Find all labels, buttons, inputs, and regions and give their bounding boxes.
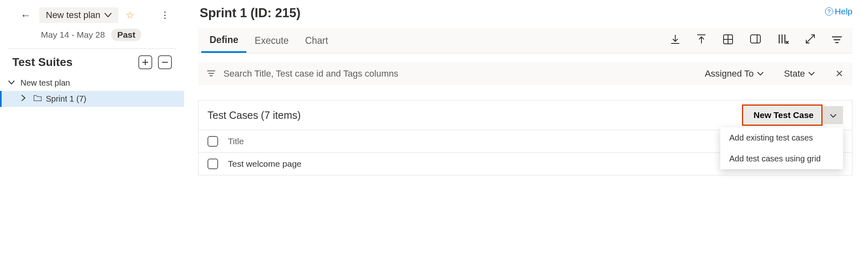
plan-header: ← New test plan ☆ ⋮ bbox=[0, 7, 184, 23]
filter-state[interactable]: State bbox=[784, 68, 815, 79]
tab-define[interactable]: Define bbox=[201, 28, 246, 53]
main-content: ? Help Sprint 1 (ID: 215) Define Execute… bbox=[184, 0, 868, 270]
suites-header: Test Suites bbox=[0, 49, 184, 73]
favorite-star-icon[interactable]: ☆ bbox=[126, 9, 135, 21]
plus-icon bbox=[142, 59, 149, 66]
chevron-down-icon bbox=[8, 79, 16, 87]
tree-item-root[interactable]: New test plan bbox=[0, 75, 184, 91]
filter-assigned-label: Assigned To bbox=[705, 68, 753, 79]
suites-title: Test Suites bbox=[12, 56, 133, 69]
chevron-down-icon bbox=[808, 72, 815, 76]
table-title: Test Cases (7 items) bbox=[207, 109, 744, 121]
plan-dropdown[interactable]: New test plan bbox=[39, 7, 118, 23]
select-all-checkbox[interactable] bbox=[207, 136, 218, 147]
sidebar: ← New test plan ☆ ⋮ May 14 - May 28 Past… bbox=[0, 0, 184, 270]
export-icon[interactable] bbox=[671, 34, 680, 47]
new-test-case-dropdown-toggle[interactable] bbox=[823, 106, 843, 124]
chevron-down-icon bbox=[104, 13, 112, 18]
tree-item-sprint[interactable]: Sprint 1 (7) bbox=[0, 91, 184, 107]
suite-tree: New test plan Sprint 1 (7) bbox=[0, 73, 184, 109]
tree-item-label: New test plan bbox=[20, 78, 70, 88]
filter-icon[interactable] bbox=[832, 34, 842, 47]
chevron-down-icon bbox=[830, 114, 836, 118]
filter-assigned-to[interactable]: Assigned To bbox=[705, 68, 763, 79]
filter-lines-icon[interactable] bbox=[207, 69, 215, 79]
page-title: Sprint 1 (ID: 215) bbox=[198, 6, 852, 28]
column-title[interactable]: Title bbox=[228, 136, 745, 146]
new-test-case-splitbutton: New Test Case Add existing test cases Ad… bbox=[744, 106, 843, 124]
add-suite-button[interactable] bbox=[138, 55, 152, 69]
row-checkbox[interactable] bbox=[207, 159, 218, 169]
back-arrow-icon[interactable]: ← bbox=[20, 9, 31, 22]
import-icon[interactable] bbox=[697, 34, 706, 47]
tab-chart[interactable]: Chart bbox=[297, 29, 336, 52]
menu-add-existing[interactable]: Add existing test cases bbox=[720, 127, 843, 148]
search-input[interactable] bbox=[223, 68, 684, 79]
help-link[interactable]: ? Help bbox=[825, 7, 852, 16]
folder-icon bbox=[34, 95, 42, 103]
search-bar: Assigned To State ✕ bbox=[198, 62, 852, 85]
menu-add-grid[interactable]: Add test cases using grid bbox=[720, 148, 843, 169]
filter-state-label: State bbox=[784, 68, 805, 79]
help-label: Help bbox=[835, 7, 852, 16]
new-test-case-button[interactable]: New Test Case bbox=[744, 106, 823, 124]
side-panel-icon[interactable] bbox=[750, 34, 761, 47]
chevron-down-icon bbox=[757, 72, 764, 76]
tab-execute[interactable]: Execute bbox=[246, 29, 297, 52]
tab-bar: Define Execute Chart bbox=[198, 28, 852, 53]
close-icon[interactable]: ✕ bbox=[835, 68, 843, 79]
grid-view-icon[interactable] bbox=[723, 34, 733, 47]
tree-item-label: Sprint 1 (7) bbox=[46, 94, 86, 104]
plan-date-row: May 14 - May 28 Past bbox=[0, 23, 184, 48]
toolbar bbox=[671, 34, 849, 47]
table-header: Test Cases (7 items) New Test Case Add e… bbox=[198, 100, 852, 130]
fullscreen-icon[interactable] bbox=[806, 34, 815, 47]
collapse-suite-button[interactable] bbox=[158, 55, 172, 69]
new-test-case-menu: Add existing test cases Add test cases u… bbox=[720, 127, 843, 169]
chevron-right-icon bbox=[21, 95, 29, 103]
more-menu-icon[interactable]: ⋮ bbox=[154, 10, 176, 20]
plan-name-label: New test plan bbox=[46, 10, 100, 20]
date-range-label: May 14 - May 28 bbox=[41, 30, 105, 40]
test-cases-table: Test Cases (7 items) New Test Case Add e… bbox=[198, 100, 852, 175]
minus-icon bbox=[162, 59, 168, 66]
past-badge: Past bbox=[111, 29, 141, 41]
help-icon: ? bbox=[825, 7, 833, 16]
row-title: Test welcome page bbox=[228, 159, 745, 169]
svg-rect-1 bbox=[751, 35, 760, 43]
columns-icon[interactable] bbox=[778, 34, 789, 47]
